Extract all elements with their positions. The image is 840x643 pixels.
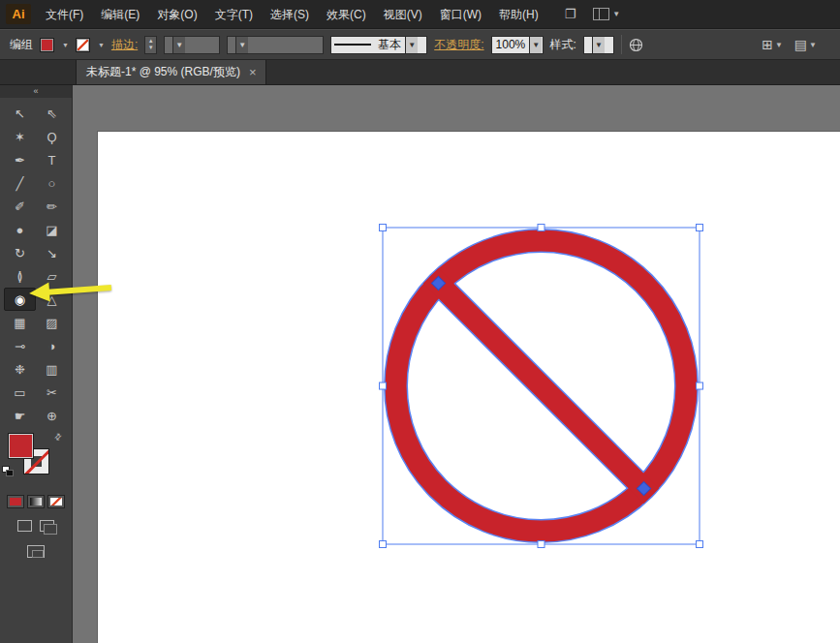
close-icon[interactable]: × [249, 65, 257, 79]
symbol-sprayer-tool-icon: ❉ [15, 362, 25, 377]
menu-effect[interactable]: 效果(C) [318, 0, 375, 29]
arrange-documents-button[interactable]: ⊞▼ [762, 37, 783, 52]
eyedropper-tool[interactable]: ⊸ [4, 334, 36, 357]
selection-handle-nw[interactable] [380, 225, 387, 231]
selection-handle-s[interactable] [538, 541, 544, 548]
screen-mode-button[interactable] [27, 545, 45, 558]
stroke-weight-stepper[interactable]: ▲▼ [144, 36, 157, 54]
gradient-icon [30, 498, 42, 505]
fill-swatch[interactable] [8, 433, 34, 459]
chevron-down-icon: ▼ [529, 37, 542, 53]
swap-fill-stroke-icon[interactable]: ⇄ [52, 431, 64, 443]
paintbrush-tool[interactable]: ✐ [4, 195, 36, 218]
selection-handle-sw[interactable] [380, 541, 387, 548]
style-dropdown[interactable]: ▼ [583, 36, 614, 54]
eraser-tool[interactable]: ◪ [36, 218, 68, 241]
selection-handle-ne[interactable] [697, 225, 703, 231]
shape-builder-tool-icon: ◉ [15, 292, 25, 307]
artboard-tool[interactable]: ▭ [4, 381, 36, 404]
perspective-grid-tool[interactable]: △ [36, 288, 68, 311]
selection-handle-se[interactable] [697, 541, 703, 548]
stroke-color-swatch[interactable] [76, 38, 90, 52]
color-button[interactable] [7, 495, 24, 508]
panel-options-button[interactable]: ▤▼ [794, 37, 817, 52]
scale-tool[interactable]: ↘ [36, 241, 68, 264]
rotate-tool-icon: ↻ [15, 246, 25, 260]
selection-tool[interactable]: ↖ [4, 102, 36, 125]
default-stroke-icon [6, 470, 14, 476]
gradient-tool[interactable]: ▨ [36, 311, 68, 334]
blend-tool[interactable]: ◑ [36, 334, 68, 357]
menu-window[interactable]: 窗口(W) [431, 0, 490, 29]
chevron-down-icon: ▼ [592, 37, 605, 53]
line-segment-tool[interactable]: ╱ [4, 171, 36, 195]
fill-stroke-indicator: ⇄ [0, 431, 72, 483]
workspace-icon [593, 8, 609, 20]
sign-diagonal-bar[interactable] [431, 276, 652, 497]
pencil-tool-icon: ✏ [47, 199, 57, 214]
workspace-switcher[interactable]: ▼ [593, 8, 620, 20]
chevron-down-icon: ▼ [612, 10, 620, 18]
menu-help[interactable]: 帮助(H) [490, 0, 547, 29]
direct-selection-tool[interactable]: ⇖ [36, 102, 68, 125]
blob-brush-tool[interactable]: ● [4, 218, 36, 241]
hand-tool-icon: ☛ [15, 409, 26, 423]
canvas-area[interactable] [73, 85, 840, 643]
symbol-sprayer-tool[interactable]: ❉ [4, 357, 36, 381]
stroke-panel-link[interactable]: 描边: [111, 37, 138, 53]
ellipse-tool[interactable]: ○ [36, 171, 68, 195]
opacity-dropdown[interactable]: 100% ▼ [491, 36, 544, 54]
document-setup-button[interactable] [629, 38, 643, 52]
pen-tool-icon: ✒ [15, 153, 25, 168]
panel-collapse-button[interactable]: « [0, 85, 72, 98]
menu-select[interactable]: 选择(S) [262, 0, 318, 29]
brush-definition-value: 基本 [374, 37, 405, 53]
brush-definition-dropdown[interactable]: 基本 ▼ [330, 36, 427, 54]
column-graph-tool[interactable]: ▥ [36, 357, 68, 381]
prohibition-sign-object[interactable] [73, 85, 840, 643]
width-tool-icon: ≬ [16, 269, 22, 284]
width-profile-dropdown[interactable]: ▼ [227, 36, 324, 54]
zoom-tool[interactable]: ⊕ [36, 404, 68, 427]
lasso-tool-icon: Ϙ [47, 130, 56, 144]
menu-type[interactable]: 文字(T) [206, 0, 262, 29]
pen-tool[interactable]: ✒ [4, 148, 36, 171]
menu-view[interactable]: 视图(V) [375, 0, 431, 29]
shape-builder-tool[interactable]: ◉ [4, 288, 36, 311]
gradient-tool-icon: ▨ [46, 316, 57, 330]
default-fill-stroke-icon[interactable] [2, 466, 15, 476]
free-transform-tool[interactable]: ▱ [36, 264, 68, 288]
selection-handle-n[interactable] [538, 225, 544, 231]
stroke-weight-dropdown[interactable]: ▼ [164, 36, 220, 54]
type-tool-icon: T [48, 153, 56, 168]
gradient-button[interactable] [27, 495, 45, 508]
paintbrush-tool-icon: ✐ [15, 199, 25, 214]
width-tool[interactable]: ≬ [4, 264, 36, 288]
pencil-tool[interactable]: ✏ [36, 195, 68, 218]
hand-tool[interactable]: ☛ [4, 404, 36, 427]
document-tab-title: 未标题-1* @ 95% (RGB/预览) [86, 64, 240, 80]
none-button[interactable] [47, 495, 65, 508]
menu-edit[interactable]: 编辑(E) [92, 0, 148, 29]
lasso-tool[interactable]: Ϙ [36, 125, 68, 148]
type-tool[interactable]: T [36, 148, 68, 171]
menu-object[interactable]: 对象(O) [148, 0, 205, 29]
slice-tool[interactable]: ✂ [36, 381, 68, 404]
opacity-panel-link[interactable]: 不透明度: [434, 37, 483, 53]
scale-tool-icon: ↘ [47, 246, 57, 260]
bridge-icon[interactable]: ❐ [565, 7, 576, 21]
mesh-tool[interactable]: ▦ [4, 311, 36, 334]
none-icon [50, 498, 62, 505]
document-tab[interactable]: 未标题-1* @ 95% (RGB/预览) × [76, 60, 266, 84]
direct-selection-tool-icon: ⇖ [47, 107, 57, 121]
selection-handle-w[interactable] [380, 383, 387, 389]
draw-behind-button[interactable] [40, 520, 54, 532]
magic-wand-tool[interactable]: ✶ [4, 125, 36, 148]
grid-icon: ⊞ [762, 37, 773, 52]
menu-file[interactable]: 文件(F) [37, 0, 92, 29]
list-icon: ▤ [794, 37, 807, 52]
rotate-tool[interactable]: ↻ [4, 241, 36, 264]
draw-normal-button[interactable] [17, 520, 32, 532]
selection-handle-e[interactable] [697, 383, 703, 389]
fill-color-swatch[interactable] [40, 38, 54, 52]
